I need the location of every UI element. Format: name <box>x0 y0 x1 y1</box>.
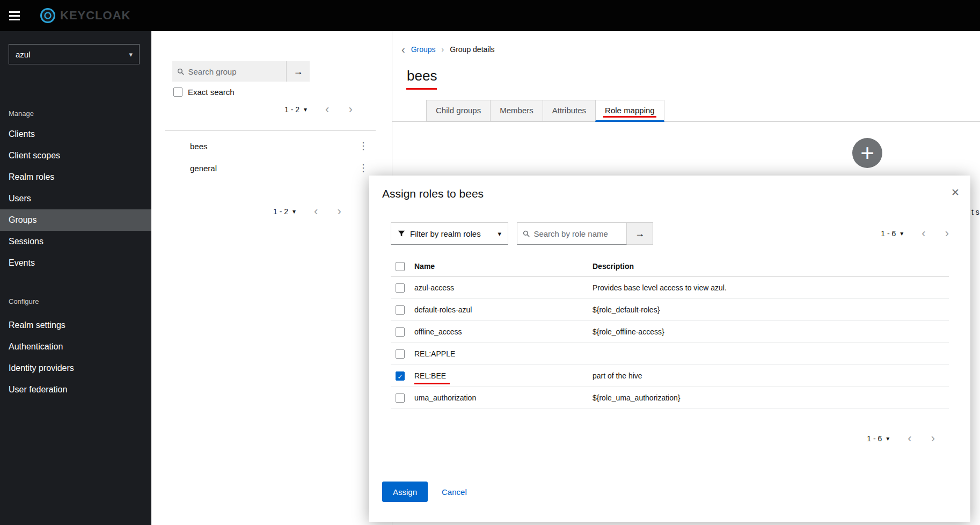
groups-pagination-top: 1 - 2 ▾ ‹ › <box>284 104 353 115</box>
role-name: offline_access <box>414 327 593 336</box>
keycloak-logo-icon <box>40 8 56 24</box>
groups-pagination-dropdown[interactable]: 1 - 2 ▾ <box>284 105 307 114</box>
table-row-azul-access: ✓ azul-access Provides base level access… <box>391 277 949 299</box>
group-tabs: Child groups Members Attributes Role map… <box>426 100 664 122</box>
group-search-input[interactable] <box>188 67 286 76</box>
tab-attributes[interactable]: Attributes <box>543 100 596 121</box>
sidebar-item-realm-roles[interactable]: Realm roles <box>0 166 151 188</box>
sidebar: azul ▾ Manage Clients Client scopes Real… <box>0 31 151 525</box>
page-title: bees <box>407 68 437 84</box>
group-search-box <box>172 61 286 82</box>
roles-pagination-top: 1 - 6 ▾ ‹ › <box>881 228 949 239</box>
group-name: general <box>190 164 217 173</box>
assign-button[interactable]: Assign <box>382 482 428 502</box>
hamburger-icon <box>9 11 20 13</box>
roles-pagination-dropdown[interactable]: 1 - 6 ▾ <box>881 229 903 238</box>
column-header-description: Description <box>593 262 949 271</box>
select-all-checkbox[interactable]: ✓ <box>396 262 405 271</box>
role-name: azul-access <box>414 283 593 292</box>
role-name: uma_authorization <box>414 393 593 402</box>
group-list-item-bees[interactable]: bees ⋮ <box>165 135 376 157</box>
roles-pagination-bottom: 1 - 6 ▾ ‹ › <box>867 433 935 444</box>
caret-down-icon: ▾ <box>900 230 903 237</box>
sidebar-item-authentication[interactable]: Authentication <box>0 336 151 358</box>
assign-roles-modal: Assign roles to bees ✕ Filter by realm r… <box>369 176 970 522</box>
tab-role-mapping[interactable]: Role mapping <box>595 100 664 122</box>
exact-search-checkbox[interactable]: ✓ <box>173 88 182 97</box>
breadcrumb: ‹ Groups › Group details <box>401 45 495 54</box>
manage-nav: Clients Client scopes Realm roles Users … <box>0 123 151 274</box>
role-search-input[interactable] <box>533 229 626 238</box>
sidebar-item-realm-settings[interactable]: Realm settings <box>0 315 151 336</box>
prev-page-button[interactable]: ‹ <box>908 433 911 444</box>
prev-page-button[interactable]: ‹ <box>325 104 329 115</box>
pagination-range: 1 - 2 <box>273 207 288 216</box>
breadcrumb-separator-icon: › <box>442 45 444 54</box>
sidebar-item-clients[interactable]: Clients <box>0 123 151 145</box>
sidebar-item-events[interactable]: Events <box>0 252 151 274</box>
filter-roles-dropdown[interactable]: Filter by realm roles ▾ <box>391 222 508 245</box>
groups-pagination-bottom: 1 - 2 ▾ ‹ › <box>273 206 341 217</box>
prev-page-button[interactable]: ‹ <box>922 228 925 239</box>
breadcrumb-link-groups[interactable]: Groups <box>411 45 436 54</box>
tab-members[interactable]: Members <box>490 100 543 121</box>
row-checkbox[interactable]: ✓ <box>396 283 405 293</box>
table-row-uma-authorization: ✓ uma_authorization ${role_uma_authoriza… <box>391 387 949 409</box>
role-description: ${role_offline-access} <box>593 327 949 336</box>
row-checkbox[interactable]: ✓ <box>396 305 405 315</box>
caret-down-icon: ▾ <box>498 230 501 238</box>
role-description: ${role_uma_authorization} <box>593 393 949 402</box>
cancel-button[interactable]: Cancel <box>442 487 467 497</box>
close-icon[interactable]: ✕ <box>951 186 960 199</box>
row-checkbox[interactable]: ✓ <box>396 393 405 403</box>
filter-icon <box>398 230 405 237</box>
realm-name: azul <box>16 50 31 59</box>
table-row-default-roles-azul: ✓ default-roles-azul ${role_default-role… <box>391 299 949 321</box>
sidebar-item-users[interactable]: Users <box>0 188 151 209</box>
sidebar-item-sessions[interactable]: Sessions <box>0 231 151 252</box>
back-chevron-icon[interactable]: ‹ <box>401 46 405 53</box>
group-name: bees <box>190 142 208 151</box>
pagination-range: 1 - 6 <box>867 434 882 443</box>
annotation-underline-row <box>414 383 450 384</box>
next-page-button[interactable]: › <box>931 433 935 444</box>
sidebar-item-identity-providers[interactable]: Identity providers <box>0 358 151 379</box>
row-checkbox[interactable]: ✓ <box>396 327 405 337</box>
role-description: ${role_default-roles} <box>593 305 949 314</box>
kebab-menu-icon[interactable]: ⋮ <box>359 140 368 152</box>
groups-pagination-dropdown[interactable]: 1 - 2 ▾ <box>273 207 296 216</box>
sidebar-item-client-scopes[interactable]: Client scopes <box>0 145 151 166</box>
row-checkbox[interactable]: ✓ <box>396 371 405 381</box>
group-list-item-general[interactable]: general ⋮ <box>165 157 376 179</box>
next-page-button[interactable]: › <box>945 228 949 239</box>
sidebar-item-user-federation[interactable]: User federation <box>0 379 151 400</box>
next-page-button[interactable]: › <box>348 104 352 115</box>
caret-down-icon: ▾ <box>304 106 307 113</box>
pagination-range: 1 - 2 <box>284 105 299 114</box>
realm-selector[interactable]: azul ▾ <box>9 44 140 64</box>
next-page-button[interactable]: › <box>337 206 341 217</box>
breadcrumb-current: Group details <box>450 45 494 54</box>
nav-section-configure: Configure <box>9 297 39 305</box>
annotation-underline-title <box>406 88 437 90</box>
group-search-submit-button[interactable]: → <box>286 61 310 82</box>
roles-pagination-dropdown[interactable]: 1 - 6 ▾ <box>867 434 889 443</box>
table-header-row: ✓ Name Description <box>391 256 949 277</box>
exact-search-row: ✓ Exact search <box>173 88 235 97</box>
tab-child-groups[interactable]: Child groups <box>426 100 491 121</box>
role-description: Provides base level access to view azul. <box>593 283 949 292</box>
keycloak-logo: KEYCLOAK <box>40 8 130 24</box>
prev-page-button[interactable]: ‹ <box>314 206 318 217</box>
modal-title: Assign roles to bees <box>382 187 484 200</box>
table-row-rel-bee: ✓ REL:BEE part of the hive <box>391 365 949 387</box>
roles-table: ✓ Name Description ✓ azul-access Provide… <box>391 256 949 409</box>
kebab-menu-icon[interactable]: ⋮ <box>359 162 368 174</box>
search-icon <box>523 230 530 238</box>
pagination-range: 1 - 6 <box>881 229 896 238</box>
table-row-offline-access: ✓ offline_access ${role_offline-access} <box>391 321 949 343</box>
row-checkbox[interactable]: ✓ <box>396 349 405 359</box>
role-search-submit-button[interactable]: → <box>627 222 653 245</box>
add-button[interactable]: + <box>852 138 882 168</box>
sidebar-item-groups[interactable]: Groups <box>0 209 151 231</box>
nav-toggle-button[interactable] <box>0 0 29 31</box>
